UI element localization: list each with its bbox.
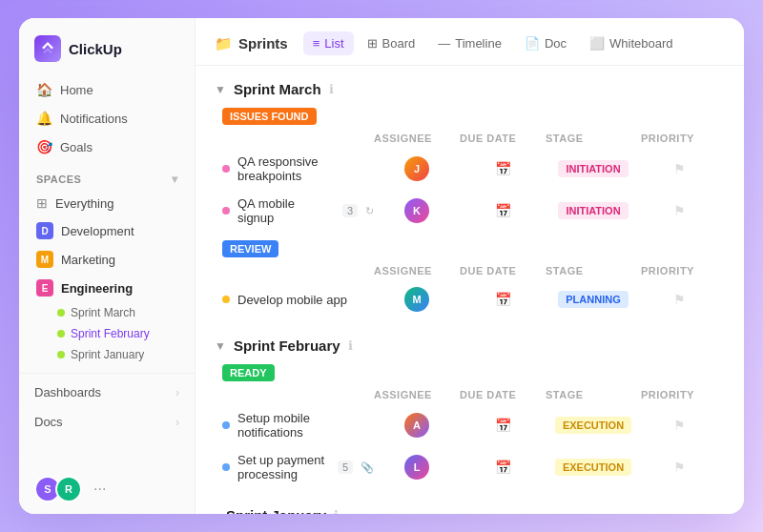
tab-timeline[interactable]: — Timeline: [428, 31, 511, 55]
logo[interactable]: ClickUp: [19, 18, 195, 75]
task-priority: ⚑: [641, 460, 717, 475]
sidebar-item-everything[interactable]: ⊞ Everything: [27, 190, 187, 216]
sidebar-item-home[interactable]: 🏠 Home: [27, 75, 187, 104]
col-priority-3: PRIORITY: [641, 389, 717, 400]
user-menu-dots[interactable]: ···: [93, 481, 106, 498]
sidebar-item-goals-label: Goals: [60, 140, 93, 154]
sprint-march-chevron[interactable]: ▼: [215, 83, 226, 96]
chevron-right-icon-docs: ›: [175, 416, 179, 429]
task-assignee: K: [374, 198, 460, 223]
calendar-icon: 📅: [495, 460, 511, 475]
chevron-down-icon[interactable]: ▾: [172, 173, 178, 186]
badge-issues-found: ISSUES FOUND: [222, 108, 317, 125]
sidebar-item-development[interactable]: D Development: [27, 216, 187, 245]
sidebar-item-notifications[interactable]: 🔔 Notifications: [27, 104, 187, 133]
sprint-february-title: Sprint February: [234, 338, 340, 354]
sidebar-item-notifications-label: Notifications: [60, 112, 128, 126]
col-duedate-2: DUE DATE: [460, 265, 546, 276]
tab-board-label: Board: [382, 36, 416, 51]
sprint-march-header: ▼ Sprint March ℹ: [215, 81, 725, 97]
sidebar-sprint-march[interactable]: Sprint March: [27, 302, 187, 323]
col-stage-1: STAGE: [546, 133, 641, 144]
sprint-dot-march: [57, 309, 65, 317]
task-count-badge: 3: [342, 204, 358, 217]
sprint-march-label: Sprint March: [71, 306, 135, 319]
avatar: K: [404, 198, 429, 223]
dashboards-label: Dashboards: [34, 385, 101, 399]
avatar: M: [404, 287, 429, 312]
spaces-list: ⊞ Everything D Development M Marketing E…: [19, 190, 195, 365]
sidebar-item-home-label: Home: [60, 83, 93, 97]
table-row[interactable]: QA responsive breakpoints J 📅 INITIATION: [215, 148, 725, 190]
task-due-date: 📅: [460, 460, 546, 475]
sprint-january-title: Sprint January: [226, 507, 326, 514]
sidebar-sprint-january[interactable]: Sprint January: [27, 344, 187, 365]
stage-badge: PLANNING: [558, 291, 628, 308]
tab-whiteboard[interactable]: ⬜ Whiteboard: [580, 31, 682, 55]
sprint-february-chevron[interactable]: ▼: [215, 339, 226, 353]
task-name-develop-mobile: Develop mobile app: [222, 293, 374, 307]
tab-list-label: List: [324, 36, 343, 51]
task-dot: [222, 296, 230, 303]
table-row[interactable]: Setup mobile notifications A 📅 EXECUTION: [215, 404, 725, 446]
calendar-icon: 📅: [495, 418, 511, 433]
sprint-section-march: ▼ Sprint March ℹ ISSUES FOUND ASSIGNEE D…: [215, 81, 725, 318]
sidebar: ClickUp 🏠 Home 🔔 Notifications 🎯 Goals S…: [19, 18, 196, 514]
info-icon-february[interactable]: ℹ: [348, 338, 353, 353]
tab-list[interactable]: ≡ List: [303, 31, 354, 55]
tab-timeline-label: Timeline: [455, 36, 502, 51]
col-stage-3: STAGE: [546, 389, 641, 400]
sidebar-item-marketing[interactable]: M Marketing: [27, 245, 187, 274]
table-row[interactable]: Set up payment processing 5 📎 L 📅 EXECUT…: [215, 446, 725, 488]
sprint-january-label: Sprint January: [71, 348, 144, 361]
task-assignee: L: [374, 455, 460, 480]
info-icon-january[interactable]: ℹ: [334, 508, 339, 514]
sidebar-item-goals[interactable]: 🎯 Goals: [27, 133, 187, 161]
attachment-icon: 📎: [361, 461, 374, 474]
table-row[interactable]: Develop mobile app M 📅 PLANNING ⚑: [215, 280, 725, 318]
user-avatars: S R: [34, 476, 82, 502]
sidebar-item-engineering[interactable]: E Engineering: [27, 274, 187, 302]
badge-review: REVIEW: [222, 240, 278, 257]
task-due-date: 📅: [460, 292, 546, 307]
task-name-qa-responsive: QA responsive breakpoints: [222, 154, 374, 183]
sprint-march-title: Sprint March: [234, 81, 321, 97]
task-assignee: A: [374, 413, 460, 438]
col-stage-2: STAGE: [546, 265, 641, 276]
sidebar-nav: 🏠 Home 🔔 Notifications 🎯 Goals: [19, 75, 195, 161]
sidebar-item-dashboards[interactable]: Dashboards ›: [19, 378, 195, 407]
tab-doc[interactable]: 📄 Doc: [515, 31, 576, 55]
tab-board[interactable]: ⊞ Board: [358, 31, 425, 55]
refresh-icon: ↻: [365, 205, 374, 217]
main-body: ▼ Sprint March ℹ ISSUES FOUND ASSIGNEE D…: [196, 66, 744, 514]
table-row[interactable]: QA mobile signup 3 ↻ K 📅 INITIATION: [215, 190, 725, 232]
folder-icon: 📁: [215, 35, 233, 52]
sprint-section-january: › Sprint January ℹ: [215, 507, 725, 514]
timeline-icon: —: [438, 36, 450, 51]
stage-badge: INITIATION: [558, 202, 628, 219]
docs-label: Docs: [34, 415, 63, 429]
calendar-icon: 📅: [495, 292, 511, 307]
col-priority-1: PRIORITY: [641, 133, 717, 144]
task-assignee: M: [374, 287, 460, 312]
sidebar-sprint-february[interactable]: Sprint February: [27, 323, 187, 344]
sprint-dot-february: [57, 330, 65, 338]
table-header-march-review: ASSIGNEE DUE DATE STAGE PRIORITY: [215, 261, 725, 280]
task-priority: ⚑: [641, 418, 717, 433]
task-stage: INITIATION: [546, 160, 641, 177]
sprint-january-chevron[interactable]: ›: [215, 509, 218, 515]
status-group-ready: READY ASSIGNEE DUE DATE STAGE PRIORITY S…: [215, 363, 725, 488]
stage-badge: EXECUTION: [555, 459, 631, 476]
sidebar-item-docs[interactable]: Docs ›: [19, 407, 195, 437]
doc-icon: 📄: [525, 36, 540, 51]
sidebar-user[interactable]: S R ···: [19, 464, 195, 514]
task-stage: PLANNING: [546, 291, 641, 308]
task-stage: INITIATION: [546, 202, 641, 219]
main-header: 📁 Sprints ≡ List ⊞ Board — Timeline 📄 Do…: [196, 18, 744, 66]
info-icon-march[interactable]: ℹ: [329, 82, 334, 96]
task-name-setup-notifications: Setup mobile notifications: [222, 411, 374, 440]
tab-doc-label: Doc: [545, 36, 567, 51]
col-duedate-3: DUE DATE: [460, 389, 546, 400]
flag-icon: ⚑: [673, 161, 686, 176]
task-assignee: J: [374, 156, 460, 181]
